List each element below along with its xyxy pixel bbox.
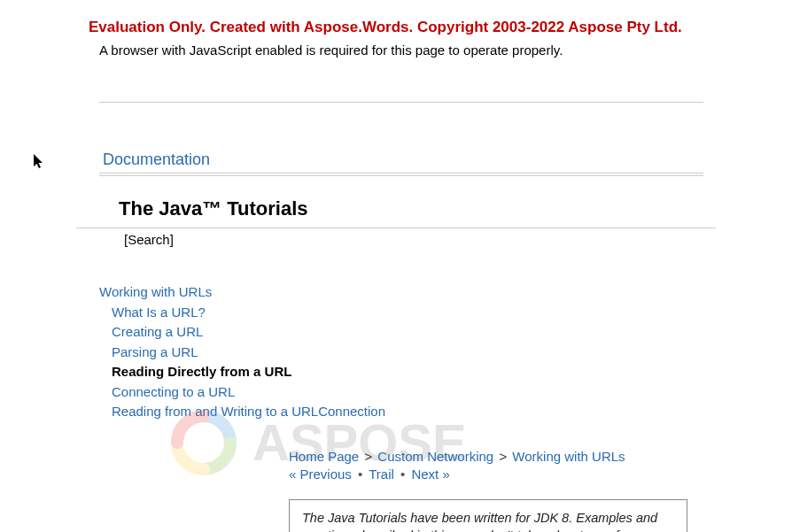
evaluation-banner: Evaluation Only. Created with Aspose.Wor… [89, 18, 703, 37]
nav-section-working-with-urls[interactable]: Working with URLs [99, 284, 212, 299]
divider [76, 227, 716, 228]
search-label[interactable]: [Search] [124, 232, 703, 247]
pager-trail[interactable]: Trail [369, 466, 394, 482]
nav-item-reading-writing-urlconnection[interactable]: Reading from and Writing to a URLConnect… [112, 404, 385, 419]
nav-item-parsing-a-url[interactable]: Parsing a URL [112, 344, 198, 359]
nav-item-creating-a-url[interactable]: Creating a URL [112, 324, 203, 339]
pager-dot: • [358, 466, 362, 482]
jdk8-note-box: The Java Tutorials have been written for… [289, 499, 687, 532]
breadcrumb-working-with-urls[interactable]: Working with URLs [512, 449, 625, 464]
pager-next[interactable]: Next » [411, 466, 449, 482]
sidebar-nav: Working with URLs What Is a URL? Creatin… [99, 282, 703, 422]
nav-item-reading-directly-current: Reading Directly from a URL [112, 362, 703, 382]
pager-dot: • [400, 466, 405, 482]
breadcrumb: Home Page > Custom Networking > Working … [289, 449, 703, 464]
nav-item-connecting-to-a-url[interactable]: Connecting to a URL [112, 384, 235, 399]
breadcrumb-home[interactable]: Home Page [289, 449, 359, 464]
js-required-warning: A browser with JavaScript enabled is req… [99, 42, 703, 58]
page-title: The Java™ Tutorials [119, 197, 703, 220]
divider [99, 175, 703, 176]
pager: « Previous • Trail • Next » [289, 466, 703, 482]
breadcrumb-custom-networking[interactable]: Custom Networking [377, 449, 493, 464]
breadcrumb-sep: > [499, 449, 507, 464]
nav-item-what-is-a-url[interactable]: What Is a URL? [112, 305, 206, 320]
breadcrumb-sep: > [364, 449, 372, 464]
pager-previous[interactable]: « Previous [289, 466, 352, 482]
documentation-link[interactable]: Documentation [99, 147, 703, 173]
